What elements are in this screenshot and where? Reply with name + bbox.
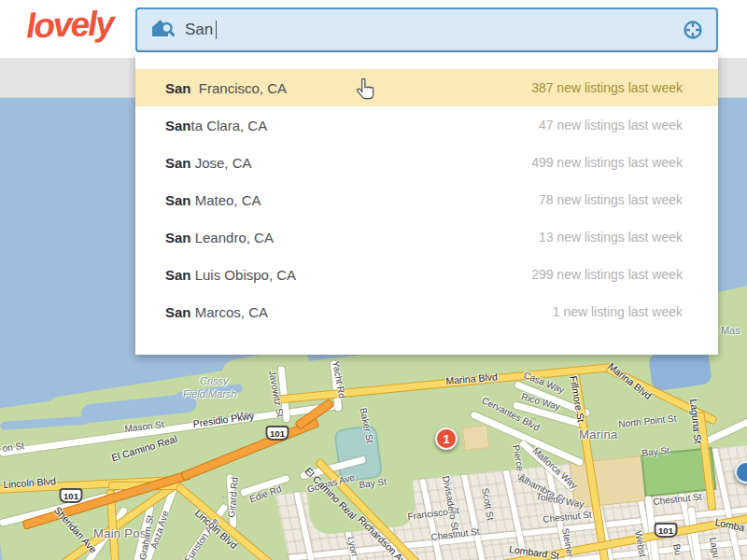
suggestion-list: San Francisco, CA387 new listings last w… — [135, 69, 718, 330]
map-label-richardson: Richardson Ave — [357, 514, 412, 560]
suggestion-rest: ta Clara, CA — [191, 118, 268, 133]
suggestion-rest: Jose, CA — [191, 155, 252, 171]
map-label-crissy-1: Crissy — [200, 376, 229, 386]
search-input[interactable]: San — [135, 7, 718, 52]
highway-101-shield: 101 — [266, 426, 289, 441]
map-label-bay-1: Bay St — [359, 477, 387, 490]
map-label-on-st: on St — [2, 441, 25, 454]
logo[interactable]: lovely — [25, 4, 113, 46]
oneway-arrow-icon: ← — [220, 490, 230, 500]
map-label-sheridan: Sheridan Ave — [52, 505, 98, 554]
map-label-lombard-1: Lombard St — [509, 544, 560, 560]
suggestion-meta: 499 new listings last week — [531, 155, 683, 170]
suggestion-match: San — [165, 230, 191, 245]
suggestion-meta: 13 new listings last week — [539, 230, 683, 245]
suggestion-meta: 78 new listings last week — [539, 192, 683, 207]
map-label-chestnut-3: Chestnut St — [653, 493, 702, 507]
map-label-scott: Scott St — [480, 487, 495, 521]
map-label-marina-dist: Marina — [579, 428, 618, 441]
suggestion-match: San — [165, 304, 191, 320]
suggestion-meta: 47 new listings last week — [539, 118, 683, 133]
app-window: on StMason StMasPresidio PkwyEl Camino R… — [0, 0, 747, 560]
house-search-icon — [150, 18, 176, 43]
map-label-presidio-pkwy: Presidio Pkwy — [192, 411, 255, 429]
map-label-toledo: Toledo Way — [535, 492, 585, 510]
map-marker-1[interactable]: 1 — [435, 427, 458, 450]
suggestion-san-luis-obispo-ca[interactable]: San Luis Obispo, CA299 new listings last… — [135, 256, 718, 293]
crosshair-icon[interactable] — [681, 18, 705, 42]
suggestion-rest: Mateo, CA — [191, 192, 261, 208]
map-label-chestnut-2: Chestnut St — [543, 511, 592, 525]
search-value: San — [185, 21, 213, 39]
map-label-javowitz: Javowitz St — [267, 370, 285, 418]
suggestion-match: San — [165, 155, 191, 171]
oneway-arrow-icon: ← — [529, 415, 538, 426]
map-label-lyon: Lyon — [345, 536, 359, 557]
map-label-edie: Edie Rd — [248, 484, 283, 505]
suggestion-san-mateo-ca[interactable]: San Mateo, CA78 new listings last week — [135, 181, 718, 218]
map-label-el-camino-1: El Camino Real — [110, 434, 178, 463]
map-label-fillmore: Fillmore St — [569, 375, 586, 423]
map-label-bay-2: Bay St — [641, 446, 669, 458]
oneway-arrow-icon: ← — [142, 482, 151, 492]
map-label-yacht: Yacht Rd — [331, 360, 346, 399]
map-label-lombard-2: Lomba — [714, 517, 746, 533]
suggestion-santa-clara-ca[interactable]: Santa Clara, CA47 new listings last week — [135, 106, 718, 144]
suggestion-match: San — [165, 192, 191, 208]
suggestion-san-marcos-ca[interactable]: San Marcos, CA1 new listing last week — [135, 293, 718, 330]
map-label-lincoln-1: Lincoln Blvd — [3, 476, 56, 489]
map-label-marina-2: Marina Blvd — [607, 361, 654, 400]
map-label-steiner: Steiner — [560, 527, 574, 558]
search-suggestions-dropdown: San Francisco, CA387 new listings last w… — [135, 52, 718, 355]
suggestion-match: San — [165, 267, 191, 283]
suggestion-match: San — [165, 118, 191, 133]
suggestion-rest: Leandro, CA — [191, 230, 274, 245]
suggestion-rest: Marcos, CA — [191, 304, 269, 320]
map-label-casa: Casa Way — [522, 371, 565, 395]
suggestion-match: San — [165, 80, 191, 96]
suggestion-san-francisco-ca[interactable]: San Francisco, CA387 new listings last w… — [135, 69, 718, 106]
suggestion-meta: 387 new listings last week — [531, 80, 683, 95]
map-label-laguna-2: Lagu — [708, 537, 721, 559]
text-caret — [216, 21, 217, 39]
highway-101-shield: 101 — [60, 488, 83, 503]
map-label-rico: Rico Way — [520, 392, 561, 412]
map-label-crissy-2: Field Marsh — [183, 389, 236, 399]
map-label-divisadero: Divisadero St — [441, 475, 459, 531]
suggestion-rest: Luis Obispo, CA — [191, 267, 297, 283]
oneway-arrow-icon: ← — [250, 409, 260, 419]
map-label-north-point: North Point St — [618, 413, 677, 428]
suggestion-san-leandro-ca[interactable]: San Leandro, CA13 new listings last week — [135, 218, 718, 256]
map-label-webster: Webst — [633, 530, 647, 557]
suggestion-rest: Francisco, CA — [191, 80, 288, 96]
map-marker-partial[interactable] — [735, 461, 747, 483]
map-label-mason-st: Mason St — [124, 420, 164, 434]
map-label-buchanan: Bu — [671, 543, 683, 556]
highway-101-shield: 101 — [655, 523, 678, 538]
map-label-laguna-1: Laguna St — [689, 399, 703, 444]
map-label-baker: Baker St — [358, 407, 374, 444]
suggestion-meta: 1 new listing last week — [553, 304, 683, 319]
map-label-marina-1: Marina Blvd — [445, 371, 498, 385]
suggestion-san-jose-ca[interactable]: San Jose, CA499 new listings last week — [135, 144, 718, 181]
suggestion-meta: 299 new listings last week — [531, 267, 683, 282]
